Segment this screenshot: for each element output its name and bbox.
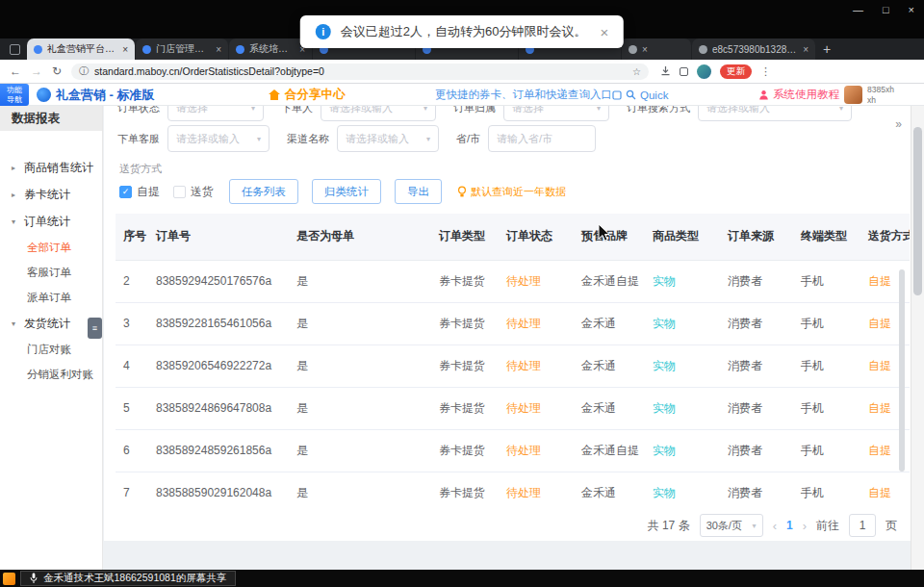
- checkbox-checked[interactable]: ✓自提: [119, 184, 160, 200]
- filter-select[interactable]: 请选择或输入▾: [321, 106, 436, 121]
- quick-search-link[interactable]: Quick: [612, 84, 668, 106]
- table-cell: 消费者: [720, 472, 793, 504]
- column-header: 序号: [116, 214, 148, 260]
- filter-select[interactable]: 请选择▾: [503, 106, 609, 121]
- table-cell: 是: [289, 345, 431, 387]
- refresh-icon[interactable]: ↻: [52, 64, 62, 78]
- page-scrollbar-thumb[interactable]: [913, 127, 922, 295]
- window-controls: — □ ×: [853, 4, 914, 15]
- collapse-filters-button[interactable]: »: [895, 117, 901, 131]
- table-cell: 待处理: [499, 387, 574, 429]
- filter-label: 下单客服: [117, 132, 160, 146]
- download-icon[interactable]: [660, 65, 671, 78]
- browser-tab[interactable]: e8c573980b1328a258fd2e6... ×: [692, 38, 815, 60]
- sidebar-item[interactable]: 派单订单: [0, 285, 102, 310]
- column-header: 订单状态: [499, 214, 574, 260]
- forward-icon[interactable]: →: [31, 64, 42, 78]
- table-row[interactable]: 583858924869647808a是券卡提货待处理金禾通实物消费者手机自提: [116, 387, 910, 429]
- table-cell: 券卡提货: [431, 260, 499, 302]
- taskbar: 金禾通技术王斌18662591081的屏幕共享: [0, 570, 924, 587]
- column-header: 订单类型: [431, 214, 499, 260]
- address-bar[interactable]: ⓘ standard.maboy.cn/OrderStatisticsDetai…: [71, 64, 649, 80]
- sidebar-item[interactable]: 门店对账: [0, 337, 102, 362]
- table-row[interactable]: 783858859029162048a是券卡提货待处理金禾通实物消费者手机自提: [116, 472, 910, 504]
- window-maximize-button[interactable]: □: [883, 4, 889, 15]
- browser-tab[interactable]: ×: [622, 38, 691, 60]
- sidebar-item[interactable]: 客服订单: [0, 260, 102, 285]
- brand-logo-icon: [37, 88, 51, 102]
- pagination: 共 17 条 30条/页 ▾ ‹ 1 › 前往 1 页: [648, 514, 897, 537]
- filter-select[interactable]: 请选择▾: [167, 106, 264, 121]
- quick-label: Quick: [640, 89, 668, 101]
- screen-share-indicator[interactable]: 金禾通技术王斌18662591081的屏幕共享: [20, 571, 236, 586]
- search-icon: [626, 89, 636, 100]
- extensions-icon[interactable]: [680, 67, 688, 76]
- new-tab-button[interactable]: +: [823, 41, 831, 57]
- bookmark-star-icon[interactable]: ☆: [632, 66, 641, 77]
- sidebar-item[interactable]: ▸商品销售统计: [0, 154, 102, 181]
- table-cell: 2: [116, 260, 148, 302]
- tutorial-link[interactable]: 系统使用教程: [758, 84, 839, 106]
- column-header: 是否为母单: [289, 214, 431, 260]
- current-page[interactable]: 1: [786, 519, 793, 532]
- filter-select[interactable]: 请选择或输入▾: [698, 106, 852, 121]
- taskbar-app-icon[interactable]: [3, 573, 15, 585]
- sidebar-collapse-handle[interactable]: ≡: [88, 318, 102, 339]
- sidebar-menu: ▸商品销售统计▸券卡统计▾订单统计全部订单客服订单派单订单▾发货统计门店对账分销…: [0, 131, 102, 387]
- back-icon[interactable]: ←: [10, 64, 21, 78]
- window-icon: [612, 90, 622, 100]
- page-scrollbar[interactable]: [911, 106, 924, 570]
- toast-close-icon[interactable]: ×: [600, 24, 608, 40]
- filter-input[interactable]: 请输入省/市: [488, 125, 596, 152]
- table-cell: 券卡提货: [431, 472, 499, 504]
- sidebar-item[interactable]: 分销返利对账: [0, 362, 102, 387]
- table-row[interactable]: 483859206546922272a是券卡提货待处理金禾通实物消费者手机自提: [116, 345, 910, 387]
- tab-close-icon[interactable]: ×: [122, 44, 128, 55]
- site-info-icon[interactable]: ⓘ: [79, 64, 89, 78]
- window-close-button[interactable]: ×: [909, 4, 914, 15]
- goto-page-input[interactable]: 1: [849, 514, 876, 537]
- checkbox-unchecked[interactable]: 送货: [173, 184, 214, 200]
- favicon: [142, 45, 151, 54]
- tab-search-icon[interactable]: [10, 44, 20, 55]
- share-center-link[interactable]: 合分享中心: [268, 84, 346, 106]
- action-button[interactable]: 归类统计: [312, 179, 381, 204]
- user-account[interactable]: 8385xh xh: [844, 84, 894, 106]
- sidebar-item[interactable]: ▾订单统计: [0, 208, 102, 235]
- tab-close-icon[interactable]: ×: [216, 44, 221, 55]
- table-cell: 消费者: [720, 345, 793, 387]
- window-minimize-button[interactable]: —: [853, 4, 863, 15]
- filter-select[interactable]: 请选择或输入▾: [167, 125, 270, 152]
- table-row[interactable]: 683858924859261856a是券卡提货待处理金禾通自提实物消费者手机自…: [116, 429, 910, 472]
- page-size-select[interactable]: 30条/页 ▾: [700, 514, 763, 537]
- query-tip-text: 默认查询近一年数据: [471, 185, 566, 199]
- browser-update-button[interactable]: 更新: [720, 64, 752, 79]
- function-nav-toggle[interactable]: 功能 导航: [0, 84, 29, 106]
- browser-menu-icon[interactable]: ⋮: [760, 65, 771, 78]
- tab-close-icon[interactable]: ×: [642, 44, 648, 55]
- sidebar-item-label: 分销返利对账: [27, 368, 93, 382]
- filter-label: 订单状态: [117, 106, 160, 115]
- table-cell: 3: [116, 302, 148, 345]
- app-header: 功能 导航 礼盒营销 - 标准版 合分享中心 更快捷的券卡、订单和快递查询入口 …: [0, 84, 924, 106]
- browser-tab[interactable]: 门店管理中心 ×: [136, 38, 228, 60]
- next-page-button[interactable]: ›: [803, 519, 807, 533]
- sidebar-item[interactable]: 全部订单: [0, 235, 102, 260]
- filter-select[interactable]: 请选择或输入▾: [337, 125, 439, 152]
- prev-page-button[interactable]: ‹: [773, 519, 777, 533]
- tab-label: 礼盒营销平台管理中心: [47, 42, 117, 56]
- user-id: 8385xh: [867, 85, 894, 94]
- table-row[interactable]: 383859228165461056a是券卡提货待处理金禾通实物消费者手机自提: [116, 302, 910, 345]
- action-button[interactable]: 导出: [395, 179, 442, 204]
- sidebar-item[interactable]: ▸券卡统计: [0, 181, 102, 208]
- bulb-icon: [457, 186, 467, 198]
- table-cell: 7: [116, 472, 148, 504]
- tab-close-icon[interactable]: ×: [803, 44, 808, 55]
- action-button[interactable]: 任务列表: [229, 179, 298, 204]
- table-row[interactable]: 283859294250176576a是券卡提货待处理金禾通自提实物消费者手机自…: [116, 260, 910, 302]
- sidebar-item-label: 派单订单: [27, 291, 71, 305]
- browser-profile-avatar[interactable]: [697, 64, 711, 79]
- table-scrollbar-thumb[interactable]: [899, 269, 905, 472]
- browser-tab-active[interactable]: 礼盒营销平台管理中心 ×: [27, 38, 135, 60]
- table-cell: 实物: [645, 429, 720, 472]
